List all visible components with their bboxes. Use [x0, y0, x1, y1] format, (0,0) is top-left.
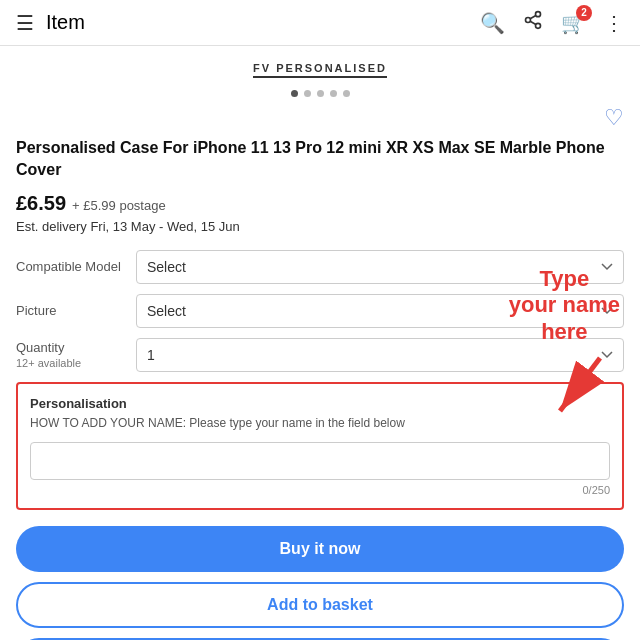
dot-2[interactable] [304, 90, 311, 97]
share-icon[interactable] [523, 10, 543, 35]
dot-4[interactable] [330, 90, 337, 97]
image-dots [16, 90, 624, 97]
add-basket-button[interactable]: Add to basket [16, 582, 624, 628]
header: ☰ Item 🔍 🛒 2 ⋮ [0, 0, 640, 46]
more-icon[interactable]: ⋮ [604, 11, 624, 35]
brand-name: FV PERSONALISED [253, 62, 387, 78]
buy-now-button[interactable]: Buy it now [16, 526, 624, 572]
cart-icon[interactable]: 🛒 2 [561, 11, 586, 35]
quantity-row: Quantity 12+ available 1 [16, 338, 624, 372]
char-count: 0/250 [30, 484, 610, 496]
personalisation-box: Personalisation HOW TO ADD YOUR NAME: Pl… [16, 382, 624, 510]
personalisation-input[interactable] [30, 442, 610, 480]
picture-label: Picture [16, 303, 136, 318]
menu-icon[interactable]: ☰ [16, 11, 34, 35]
price-postage: + £5.99 postage [72, 198, 166, 213]
wishlist-row: ♡ [16, 105, 624, 131]
content: FV PERSONALISED ♡ Personalised Case For … [0, 46, 640, 640]
svg-point-0 [536, 12, 541, 17]
compatible-model-select[interactable]: Select [136, 250, 624, 284]
search-icon[interactable]: 🔍 [480, 11, 505, 35]
quantity-label: Quantity 12+ available [16, 340, 136, 370]
wishlist-button[interactable]: ♡ [604, 105, 624, 131]
delivery-text: Est. delivery Fri, 13 May - Wed, 15 Jun [16, 219, 624, 234]
price-row: £6.59 + £5.99 postage [16, 192, 624, 215]
compatible-model-label: Compatible Model [16, 259, 136, 274]
picture-select[interactable]: Select [136, 294, 624, 328]
svg-line-4 [530, 15, 536, 18]
quantity-select[interactable]: 1 [136, 338, 624, 372]
dot-1[interactable] [291, 90, 298, 97]
compatible-model-row: Compatible Model Select [16, 250, 624, 284]
product-title: Personalised Case For iPhone 11 13 Pro 1… [16, 137, 624, 182]
picture-row: Picture Select [16, 294, 624, 328]
personalisation-desc: HOW TO ADD YOUR NAME: Please type your n… [30, 415, 610, 432]
page-title: Item [46, 11, 480, 34]
cart-badge: 2 [576, 5, 592, 21]
svg-point-2 [536, 23, 541, 28]
svg-point-1 [526, 18, 531, 23]
svg-line-3 [530, 21, 536, 24]
personalisation-label: Personalisation [30, 396, 610, 411]
header-icons: 🔍 🛒 2 ⋮ [480, 10, 624, 35]
price-main: £6.59 [16, 192, 66, 215]
dot-3[interactable] [317, 90, 324, 97]
brand-section: FV PERSONALISED [16, 46, 624, 82]
dot-5[interactable] [343, 90, 350, 97]
